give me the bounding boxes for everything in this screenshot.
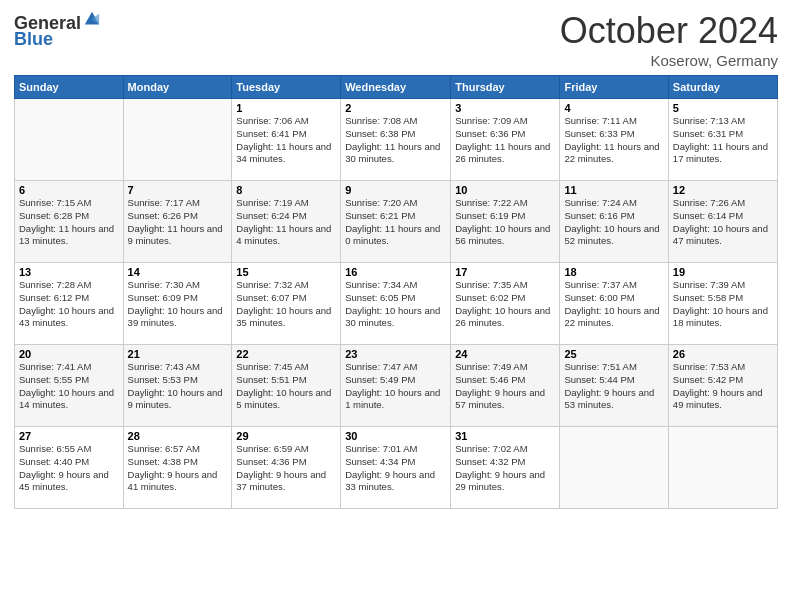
calendar-week-row: 1Sunrise: 7:06 AMSunset: 6:41 PMDaylight… bbox=[15, 99, 778, 181]
calendar-cell: 1Sunrise: 7:06 AMSunset: 6:41 PMDaylight… bbox=[232, 99, 341, 181]
calendar-cell: 21Sunrise: 7:43 AMSunset: 5:53 PMDayligh… bbox=[123, 345, 232, 427]
calendar-cell: 14Sunrise: 7:30 AMSunset: 6:09 PMDayligh… bbox=[123, 263, 232, 345]
day-info: Sunrise: 6:55 AMSunset: 4:40 PMDaylight:… bbox=[19, 443, 119, 494]
day-number: 11 bbox=[564, 184, 663, 196]
calendar-week-row: 6Sunrise: 7:15 AMSunset: 6:28 PMDaylight… bbox=[15, 181, 778, 263]
calendar-table: SundayMondayTuesdayWednesdayThursdayFrid… bbox=[14, 75, 778, 509]
day-info: Sunrise: 7:53 AMSunset: 5:42 PMDaylight:… bbox=[673, 361, 773, 412]
day-number: 21 bbox=[128, 348, 228, 360]
calendar-cell: 3Sunrise: 7:09 AMSunset: 6:36 PMDaylight… bbox=[451, 99, 560, 181]
day-number: 13 bbox=[19, 266, 119, 278]
calendar-cell: 8Sunrise: 7:19 AMSunset: 6:24 PMDaylight… bbox=[232, 181, 341, 263]
location: Koserow, Germany bbox=[560, 52, 778, 69]
weekday-header: Tuesday bbox=[232, 76, 341, 99]
calendar-week-row: 13Sunrise: 7:28 AMSunset: 6:12 PMDayligh… bbox=[15, 263, 778, 345]
day-number: 28 bbox=[128, 430, 228, 442]
calendar-cell: 22Sunrise: 7:45 AMSunset: 5:51 PMDayligh… bbox=[232, 345, 341, 427]
day-number: 9 bbox=[345, 184, 446, 196]
day-number: 4 bbox=[564, 102, 663, 114]
day-info: Sunrise: 7:35 AMSunset: 6:02 PMDaylight:… bbox=[455, 279, 555, 330]
calendar-cell: 18Sunrise: 7:37 AMSunset: 6:00 PMDayligh… bbox=[560, 263, 668, 345]
day-number: 29 bbox=[236, 430, 336, 442]
month-title: October 2024 bbox=[560, 10, 778, 52]
calendar-cell: 28Sunrise: 6:57 AMSunset: 4:38 PMDayligh… bbox=[123, 427, 232, 509]
calendar-week-row: 20Sunrise: 7:41 AMSunset: 5:55 PMDayligh… bbox=[15, 345, 778, 427]
day-number: 30 bbox=[345, 430, 446, 442]
day-info: Sunrise: 6:59 AMSunset: 4:36 PMDaylight:… bbox=[236, 443, 336, 494]
day-number: 23 bbox=[345, 348, 446, 360]
day-number: 20 bbox=[19, 348, 119, 360]
calendar-cell: 17Sunrise: 7:35 AMSunset: 6:02 PMDayligh… bbox=[451, 263, 560, 345]
calendar-header-row: SundayMondayTuesdayWednesdayThursdayFrid… bbox=[15, 76, 778, 99]
day-info: Sunrise: 7:45 AMSunset: 5:51 PMDaylight:… bbox=[236, 361, 336, 412]
calendar-cell: 23Sunrise: 7:47 AMSunset: 5:49 PMDayligh… bbox=[341, 345, 451, 427]
day-info: Sunrise: 7:15 AMSunset: 6:28 PMDaylight:… bbox=[19, 197, 119, 248]
day-number: 19 bbox=[673, 266, 773, 278]
day-info: Sunrise: 7:02 AMSunset: 4:32 PMDaylight:… bbox=[455, 443, 555, 494]
day-info: Sunrise: 7:19 AMSunset: 6:24 PMDaylight:… bbox=[236, 197, 336, 248]
weekday-header: Monday bbox=[123, 76, 232, 99]
day-info: Sunrise: 7:39 AMSunset: 5:58 PMDaylight:… bbox=[673, 279, 773, 330]
calendar-cell: 13Sunrise: 7:28 AMSunset: 6:12 PMDayligh… bbox=[15, 263, 124, 345]
day-number: 14 bbox=[128, 266, 228, 278]
day-number: 18 bbox=[564, 266, 663, 278]
weekday-header: Wednesday bbox=[341, 76, 451, 99]
calendar-cell: 10Sunrise: 7:22 AMSunset: 6:19 PMDayligh… bbox=[451, 181, 560, 263]
day-info: Sunrise: 7:43 AMSunset: 5:53 PMDaylight:… bbox=[128, 361, 228, 412]
day-info: Sunrise: 7:13 AMSunset: 6:31 PMDaylight:… bbox=[673, 115, 773, 166]
day-info: Sunrise: 7:51 AMSunset: 5:44 PMDaylight:… bbox=[564, 361, 663, 412]
calendar-cell: 15Sunrise: 7:32 AMSunset: 6:07 PMDayligh… bbox=[232, 263, 341, 345]
day-info: Sunrise: 7:37 AMSunset: 6:00 PMDaylight:… bbox=[564, 279, 663, 330]
calendar-cell: 12Sunrise: 7:26 AMSunset: 6:14 PMDayligh… bbox=[668, 181, 777, 263]
calendar-cell bbox=[668, 427, 777, 509]
weekday-header: Saturday bbox=[668, 76, 777, 99]
day-info: Sunrise: 7:09 AMSunset: 6:36 PMDaylight:… bbox=[455, 115, 555, 166]
calendar-cell: 16Sunrise: 7:34 AMSunset: 6:05 PMDayligh… bbox=[341, 263, 451, 345]
day-info: Sunrise: 7:28 AMSunset: 6:12 PMDaylight:… bbox=[19, 279, 119, 330]
day-info: Sunrise: 7:24 AMSunset: 6:16 PMDaylight:… bbox=[564, 197, 663, 248]
day-info: Sunrise: 7:17 AMSunset: 6:26 PMDaylight:… bbox=[128, 197, 228, 248]
day-info: Sunrise: 7:47 AMSunset: 5:49 PMDaylight:… bbox=[345, 361, 446, 412]
title-block: October 2024 Koserow, Germany bbox=[560, 10, 778, 69]
calendar-cell: 20Sunrise: 7:41 AMSunset: 5:55 PMDayligh… bbox=[15, 345, 124, 427]
calendar-week-row: 27Sunrise: 6:55 AMSunset: 4:40 PMDayligh… bbox=[15, 427, 778, 509]
day-info: Sunrise: 7:20 AMSunset: 6:21 PMDaylight:… bbox=[345, 197, 446, 248]
calendar-cell: 9Sunrise: 7:20 AMSunset: 6:21 PMDaylight… bbox=[341, 181, 451, 263]
day-number: 27 bbox=[19, 430, 119, 442]
calendar-cell: 25Sunrise: 7:51 AMSunset: 5:44 PMDayligh… bbox=[560, 345, 668, 427]
day-info: Sunrise: 7:41 AMSunset: 5:55 PMDaylight:… bbox=[19, 361, 119, 412]
calendar-cell: 19Sunrise: 7:39 AMSunset: 5:58 PMDayligh… bbox=[668, 263, 777, 345]
day-number: 17 bbox=[455, 266, 555, 278]
day-number: 26 bbox=[673, 348, 773, 360]
calendar-cell: 27Sunrise: 6:55 AMSunset: 4:40 PMDayligh… bbox=[15, 427, 124, 509]
calendar-cell bbox=[15, 99, 124, 181]
weekday-header: Friday bbox=[560, 76, 668, 99]
day-info: Sunrise: 6:57 AMSunset: 4:38 PMDaylight:… bbox=[128, 443, 228, 494]
calendar-cell: 24Sunrise: 7:49 AMSunset: 5:46 PMDayligh… bbox=[451, 345, 560, 427]
calendar-cell: 29Sunrise: 6:59 AMSunset: 4:36 PMDayligh… bbox=[232, 427, 341, 509]
day-info: Sunrise: 7:06 AMSunset: 6:41 PMDaylight:… bbox=[236, 115, 336, 166]
calendar-cell: 30Sunrise: 7:01 AMSunset: 4:34 PMDayligh… bbox=[341, 427, 451, 509]
day-number: 3 bbox=[455, 102, 555, 114]
day-info: Sunrise: 7:32 AMSunset: 6:07 PMDaylight:… bbox=[236, 279, 336, 330]
calendar-cell: 26Sunrise: 7:53 AMSunset: 5:42 PMDayligh… bbox=[668, 345, 777, 427]
calendar-cell: 6Sunrise: 7:15 AMSunset: 6:28 PMDaylight… bbox=[15, 181, 124, 263]
weekday-header: Thursday bbox=[451, 76, 560, 99]
calendar-cell: 5Sunrise: 7:13 AMSunset: 6:31 PMDaylight… bbox=[668, 99, 777, 181]
day-number: 31 bbox=[455, 430, 555, 442]
calendar-cell bbox=[123, 99, 232, 181]
day-number: 22 bbox=[236, 348, 336, 360]
day-number: 2 bbox=[345, 102, 446, 114]
calendar-cell: 7Sunrise: 7:17 AMSunset: 6:26 PMDaylight… bbox=[123, 181, 232, 263]
calendar-cell: 11Sunrise: 7:24 AMSunset: 6:16 PMDayligh… bbox=[560, 181, 668, 263]
day-number: 5 bbox=[673, 102, 773, 114]
day-info: Sunrise: 7:49 AMSunset: 5:46 PMDaylight:… bbox=[455, 361, 555, 412]
calendar-cell bbox=[560, 427, 668, 509]
day-number: 24 bbox=[455, 348, 555, 360]
weekday-header: Sunday bbox=[15, 76, 124, 99]
day-info: Sunrise: 7:22 AMSunset: 6:19 PMDaylight:… bbox=[455, 197, 555, 248]
day-info: Sunrise: 7:01 AMSunset: 4:34 PMDaylight:… bbox=[345, 443, 446, 494]
day-number: 7 bbox=[128, 184, 228, 196]
day-number: 8 bbox=[236, 184, 336, 196]
page-header: General Blue October 2024 Koserow, Germa… bbox=[14, 10, 778, 69]
